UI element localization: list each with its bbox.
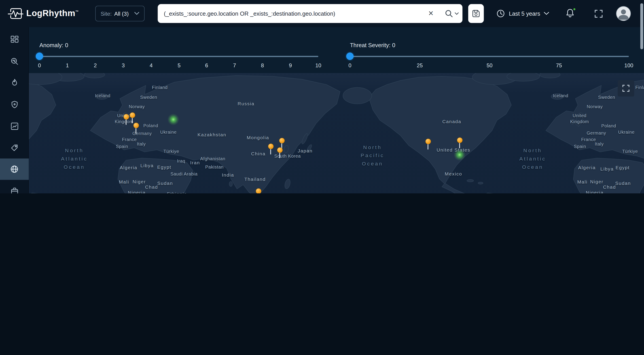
map-ocean-label: North Atlantic Ocean <box>520 147 546 171</box>
pin-stick <box>459 142 460 148</box>
shield-icon <box>10 100 19 109</box>
logrhythm-app: LogRhythm™ Site: All (3) × Last 5 years <box>0 0 644 193</box>
map-country-label: Sweden <box>598 94 615 100</box>
anomaly-tick-label: 8 <box>261 62 264 69</box>
nav-cases[interactable] <box>0 184 29 193</box>
anomaly-tick-label: 2 <box>94 62 96 69</box>
map-country-label: Russia <box>238 100 254 107</box>
anomaly-tick-label: 9 <box>289 62 292 69</box>
pin-head <box>133 123 139 128</box>
map-country-label: Mali <box>119 179 129 185</box>
user-avatar[interactable] <box>616 6 631 21</box>
nav-threat-activity[interactable] <box>0 75 29 90</box>
anomaly-slider-thumb[interactable] <box>36 52 43 60</box>
map-country-label: Ukraine <box>160 129 176 135</box>
chevron-down-icon <box>544 12 549 15</box>
tag-icon <box>10 144 19 152</box>
map-country-label: Iran <box>190 160 200 166</box>
map-country-label: Italy <box>137 141 146 147</box>
fullscreen-button[interactable] <box>594 10 603 20</box>
map-country-label: Mongolia <box>247 135 269 141</box>
pin-stick <box>279 152 280 158</box>
map-country-label: Mali <box>577 179 588 185</box>
person-icon <box>616 6 630 20</box>
clear-search-icon[interactable]: × <box>428 9 434 18</box>
notifications-button[interactable] <box>565 8 576 19</box>
search-query-input[interactable] <box>158 4 462 23</box>
nav-security[interactable] <box>0 97 29 112</box>
pin-stick <box>126 119 126 125</box>
map-country-label: Canada <box>442 119 461 125</box>
left-nav-sidebar <box>0 27 29 193</box>
map-country-label: United Kingdom <box>570 113 589 125</box>
map-country-label: Egypt <box>616 165 630 171</box>
save-search-button[interactable] <box>468 4 484 23</box>
pin-head <box>279 138 284 143</box>
nav-dashboard[interactable] <box>0 32 29 47</box>
pin-stick <box>428 143 428 150</box>
map-country-label: Norway <box>587 104 603 110</box>
search-icon <box>444 9 453 18</box>
nav-search-analytics[interactable] <box>0 54 29 69</box>
site-value: All (3) <box>114 10 129 17</box>
map-event-glow <box>454 149 465 160</box>
threat-slider-track[interactable] <box>350 56 629 57</box>
map-country-label: Algeria <box>120 165 138 171</box>
top-bar: LogRhythm™ Site: All (3) × Last 5 years <box>0 0 644 27</box>
map-country-label: Finland <box>635 84 644 90</box>
pin-stick <box>136 127 136 134</box>
map-country-label: Niger <box>590 178 604 185</box>
map-event-glow <box>168 114 179 125</box>
map-country-label: Afghanistan <box>200 156 226 162</box>
chevron-down-icon <box>134 12 139 15</box>
pin-head <box>268 144 273 149</box>
map-country-label: Chad <box>145 184 158 190</box>
page-scrollbar[interactable] <box>640 3 643 50</box>
nav-reports[interactable] <box>0 119 29 134</box>
anomaly-tick-label: 6 <box>205 62 208 69</box>
threat-tick-label: 25 <box>417 62 423 69</box>
map-country-label: Chad <box>603 184 616 190</box>
briefcase-icon <box>10 187 19 193</box>
map-country-label: Iceland <box>95 92 110 98</box>
map-country-label: Saudi Arabia <box>170 171 198 177</box>
map-country-label: Germany <box>586 130 606 136</box>
map-fullscreen-icon <box>622 84 630 92</box>
anomaly-tick-label: 5 <box>178 62 180 69</box>
map-country-label: France <box>581 136 596 143</box>
notification-badge-dot <box>572 8 576 11</box>
time-range-value: Last 5 years <box>509 10 540 17</box>
map-fullscreen-button[interactable] <box>618 80 634 96</box>
map-country-label: Spain <box>116 144 128 150</box>
anomaly-tick-label: 3 <box>122 62 124 69</box>
map-country-label: Poland <box>601 123 616 129</box>
site-selector[interactable]: Site: All (3) <box>95 6 144 22</box>
threat-tick-label: 100 <box>624 62 633 69</box>
map-country-label: France <box>122 136 137 143</box>
nav-tags[interactable] <box>0 140 29 155</box>
pin-head <box>277 147 282 153</box>
search-pulse-icon <box>10 57 19 66</box>
nav-geo-map[interactable] <box>0 162 29 176</box>
anomaly-tick-label: 1 <box>66 62 69 69</box>
save-icon <box>472 9 480 18</box>
map-country-label: Spain <box>574 144 586 150</box>
threat-tick-label: 75 <box>556 62 562 69</box>
map-country-label: Norway <box>129 104 145 110</box>
dashboard-icon <box>10 35 19 44</box>
map-country-label: Ukraine <box>618 129 634 135</box>
anomaly-slider-track[interactable] <box>39 56 318 57</box>
map-country-label: Algeria <box>578 165 596 171</box>
time-range-selector[interactable]: Last 5 years <box>496 8 549 20</box>
threat-slider-thumb[interactable] <box>346 52 354 60</box>
threat-tick-label: 50 <box>486 62 492 69</box>
geo-events-map[interactable]: North Atlantic Ocean Indian Ocean North … <box>29 73 644 193</box>
map-ocean-label: North Atlantic Ocean <box>61 147 88 171</box>
pin-head <box>457 138 462 143</box>
map-country-label: South Korea <box>274 153 301 159</box>
map-country-label: Kazakhstan <box>198 132 226 138</box>
map-country-label: China <box>251 151 266 157</box>
map-country-label: Venezuela <box>486 192 512 193</box>
search-submit[interactable] <box>444 9 459 18</box>
brand-name: LogRhythm™ <box>26 8 79 18</box>
